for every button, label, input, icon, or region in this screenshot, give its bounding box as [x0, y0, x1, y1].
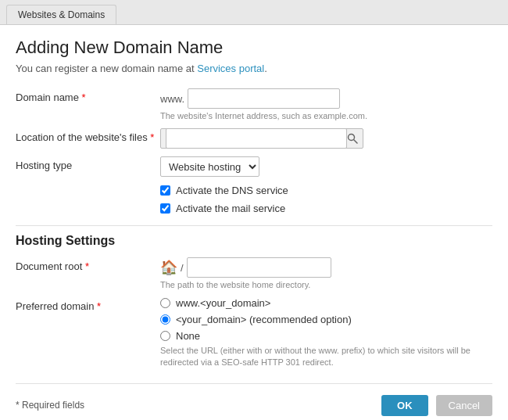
ok-button[interactable]: OK: [381, 395, 428, 416]
hosting-type-label: Hosting type: [16, 156, 160, 171]
www-prefix: www.: [160, 93, 184, 105]
mail-checkbox[interactable]: [160, 203, 170, 214]
location-label: Location of the website's files *: [16, 128, 160, 143]
mail-checkbox-label[interactable]: Activate the mail service: [176, 203, 285, 214]
dns-checkbox[interactable]: [160, 185, 170, 196]
location-input[interactable]: [166, 128, 347, 149]
domain-name-row: Domain name * www. The website's Interne…: [16, 88, 492, 120]
preferred-nodomain-row: <your_domain> (recommended option): [160, 314, 492, 325]
preferred-domain-label: Preferred domain *: [16, 297, 160, 312]
domain-name-control: www. The website's Internet address, suc…: [160, 88, 492, 120]
preferred-www-row: www.<your_domain>: [160, 297, 492, 309]
dns-checkbox-label[interactable]: Activate the DNS service: [176, 185, 288, 196]
doc-root-control: 🏠 / The path to the website home directo…: [160, 257, 492, 289]
doc-root-row: Document root * 🏠 / The path to the webs…: [16, 257, 492, 289]
preferred-www-label[interactable]: www.<your_domain>: [176, 297, 270, 309]
doc-root-hint: The path to the website home directory.: [160, 280, 492, 289]
services-portal-link[interactable]: Services portal: [197, 63, 264, 74]
preferred-domain-hint: Select the URL (either with or without t…: [160, 345, 492, 369]
location-row: Location of the website's files *: [16, 128, 492, 149]
websites-domains-tab[interactable]: Websites & Domains: [6, 5, 116, 24]
location-control: [160, 128, 492, 149]
preferred-domain-row: Preferred domain * www.<your_domain> <yo…: [16, 297, 492, 369]
hosting-type-row: Hosting type Website hosting No hosting …: [16, 156, 492, 177]
mail-checkbox-row: Activate the mail service: [160, 203, 492, 214]
subtitle: You can register a new domain name at Se…: [16, 63, 492, 74]
preferred-nodomain-label[interactable]: <your_domain> (recommended option): [176, 314, 352, 325]
preferred-none-radio[interactable]: [160, 331, 170, 341]
preferred-domain-radio-group: www.<your_domain> <your_domain> (recomme…: [160, 297, 492, 342]
preferred-none-row: None: [160, 330, 492, 342]
hosting-type-control: Website hosting No hosting Redirect to U…: [160, 156, 492, 177]
page-title: Adding New Domain Name: [16, 38, 492, 58]
domain-name-label: Domain name *: [16, 88, 160, 103]
preferred-nodomain-radio[interactable]: [160, 314, 170, 325]
location-search-button[interactable]: [347, 133, 358, 144]
footer-bar: * Required fields OK Cancel: [16, 383, 492, 416]
preferred-none-label[interactable]: None: [176, 330, 200, 342]
hosting-settings-title: Hosting Settings: [16, 225, 492, 248]
doc-root-input[interactable]: [187, 257, 331, 278]
home-icon: 🏠: [160, 259, 177, 276]
cancel-button[interactable]: Cancel: [436, 395, 492, 416]
hosting-type-select[interactable]: Website hosting No hosting Redirect to U…: [160, 156, 259, 177]
required-note: * Required fields: [16, 400, 84, 411]
svg-line-1: [354, 140, 357, 143]
domain-hint: The website's Internet address, such as …: [160, 111, 492, 120]
doc-root-label: Document root *: [16, 257, 160, 272]
preferred-www-radio[interactable]: [160, 298, 170, 308]
preferred-domain-control: www.<your_domain> <your_domain> (recomme…: [160, 297, 492, 369]
domain-name-input[interactable]: [188, 88, 340, 109]
dns-checkbox-row: Activate the DNS service: [160, 185, 492, 196]
